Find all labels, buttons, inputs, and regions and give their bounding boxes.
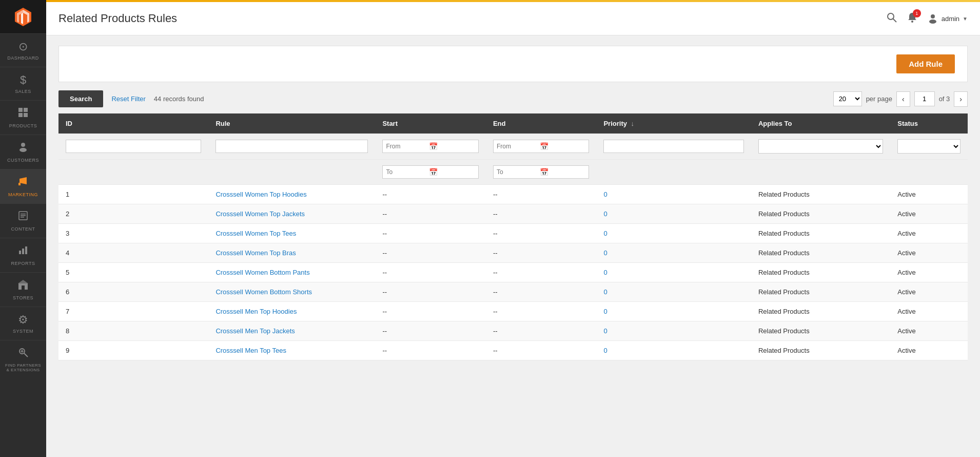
next-page-button[interactable]: › [954,91,968,107]
cell-start: -- [375,282,486,302]
priority-link[interactable]: 0 [603,347,607,354]
per-page-dropdown[interactable]: 20 50 100 [833,91,862,106]
sidebar-item-dashboard[interactable]: ⊙ DASHBOARD [0,33,46,67]
cell-applies-to: Related Products [751,302,890,321]
sidebar-item-stores[interactable]: STORES [0,272,46,307]
cell-status: Active [890,243,968,263]
topbar-actions: 1 admin ▼ [886,12,968,26]
admin-dropdown-icon[interactable]: ▼ [963,16,968,22]
reset-filter-link[interactable]: Reset Filter [111,95,145,103]
reports-icon [17,244,29,259]
sidebar-item-label: PRODUCTS [9,123,37,128]
filter-priority-input[interactable] [603,140,743,153]
records-label: records found [163,95,204,103]
calendar-icon[interactable]: 📅 [429,168,438,176]
priority-link[interactable]: 0 [603,327,607,335]
cell-id: 7 [58,302,208,321]
sidebar-item-sales[interactable]: $ SALES [0,67,46,100]
cell-id: 3 [58,224,208,243]
search-button[interactable]: Search [58,90,103,107]
action-bar: Add Rule [58,46,968,82]
rule-link[interactable]: Crosssell Women Top Bras [215,249,296,257]
cell-start: -- [375,302,486,321]
priority-link[interactable]: 0 [603,269,607,276]
priority-link[interactable]: 0 [603,210,607,218]
rule-link[interactable]: Crosssell Women Top Jackets [215,210,305,218]
sidebar-item-reports[interactable]: REPORTS [0,238,46,272]
priority-link[interactable]: 0 [603,249,607,257]
filter-id-input[interactable] [66,140,201,153]
marketing-icon [17,176,29,190]
per-page-label: per page [866,95,892,103]
filter-rule-input[interactable] [215,140,368,153]
sidebar-item-products[interactable]: PRODUCTS [0,100,46,135]
cell-status: Active [890,263,968,282]
col-header-id: ID [58,113,208,134]
sidebar-item-content[interactable]: CONTENT [0,203,46,238]
cell-end: -- [486,224,597,243]
col-header-start: Start [375,113,486,134]
svg-rect-21 [22,285,25,290]
notification-count: 1 [913,9,921,17]
data-table: ID Rule Start End Priority [58,113,968,360]
notification-bell[interactable]: 1 [907,12,918,26]
rule-link[interactable]: Crosssell Men Top Jackets [215,327,295,335]
priority-link[interactable]: 0 [603,308,607,315]
sidebar-item-marketing[interactable]: MARKETING [0,169,46,203]
svg-point-28 [911,21,913,23]
cell-end: -- [486,302,597,321]
filter-rule [208,134,375,160]
customers-icon [17,141,29,156]
cell-rule: Crosssell Women Top Hoodies [208,185,375,204]
svg-marker-10 [19,177,27,184]
filter-end-to-input[interactable] [497,168,538,176]
sidebar-item-customers[interactable]: CUSTOMERS [0,135,46,169]
calendar-icon[interactable]: 📅 [540,142,548,150]
rule-link[interactable]: Crosssell Women Top Hoodies [215,191,306,198]
rule-link[interactable]: Crosssell Women Bottom Pants [215,269,309,276]
search-icon[interactable] [886,12,897,26]
filter-end-from-input[interactable] [497,143,538,150]
filter-applies-to-select[interactable]: Related Products Up-sells Cross-sells [758,139,883,154]
filter-status-select[interactable]: Active Inactive [897,139,961,154]
content-icon [17,210,29,224]
sidebar-item-system[interactable]: ⚙ SYSTEM [0,307,46,340]
cell-start: -- [375,341,486,360]
rule-link[interactable]: Crosssell Women Bottom Shorts [215,288,312,296]
priority-link[interactable]: 0 [603,288,607,296]
sidebar-item-label: CONTENT [11,226,35,232]
cell-start: -- [375,185,486,204]
sidebar-item-find-partners[interactable]: FIND PARTNERS & EXTENSIONS [0,340,46,378]
rule-link[interactable]: Crosssell Women Top Tees [215,230,296,237]
priority-link[interactable]: 0 [603,230,607,237]
cell-start: -- [375,224,486,243]
rule-link[interactable]: Crosssell Men Top Hoodies [215,308,297,315]
svg-line-23 [24,353,28,357]
calendar-icon[interactable]: 📅 [429,142,438,150]
filter-rule-empty [208,160,375,185]
cell-id: 4 [58,243,208,263]
filter-start-from-input[interactable] [386,143,427,150]
table-row: 3 Crosssell Women Top Tees -- -- 0 Relat… [58,224,968,243]
page-number-input[interactable] [914,91,935,106]
prev-page-button[interactable]: ‹ [896,91,910,107]
col-header-priority[interactable]: Priority ↓ [596,113,751,134]
cell-end: -- [486,341,597,360]
cell-start: -- [375,204,486,224]
cell-applies-to: Related Products [751,224,890,243]
svg-marker-20 [18,280,28,283]
cell-priority: 0 [596,204,751,224]
dashboard-icon: ⊙ [18,40,28,53]
filter-end-from: 📅 [486,134,597,160]
priority-link[interactable]: 0 [603,191,607,198]
add-rule-button[interactable]: Add Rule [896,54,955,73]
filter-start-to-input[interactable] [386,168,427,176]
sidebar-item-label: MARKETING [8,192,38,197]
sidebar-item-label: DASHBOARD [7,55,39,61]
rule-link[interactable]: Crosssell Men Top Tees [215,347,286,354]
admin-user-menu[interactable]: admin ▼ [927,13,968,24]
calendar-icon[interactable]: 📅 [540,168,548,176]
filter-start-to-date: 📅 [382,165,479,179]
filter-status-empty [890,160,968,185]
cell-applies-to: Related Products [751,263,890,282]
